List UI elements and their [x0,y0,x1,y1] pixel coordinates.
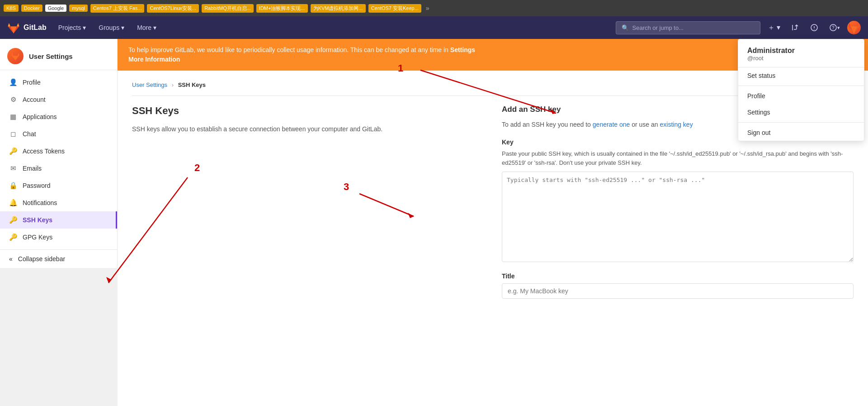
issues-icon[interactable] [807,21,822,34]
collapse-sidebar-button[interactable]: « Collapse sidebar [0,249,117,268]
dropdown-profile[interactable]: Profile [738,88,864,104]
chat-icon: ◻ [9,130,17,138]
dropdown-settings[interactable]: Settings [738,104,864,120]
navbar: GitLab Projects ▾ Groups ▾ More ▾ 🔍 ＋ ▾ … [0,16,868,39]
svg-point-2 [814,29,815,30]
sidebar-title: User Settings [29,53,73,60]
sidebar-item-profile[interactable]: 👤 Profile [0,74,117,91]
user-avatar-menu[interactable] [847,21,861,34]
bookmark-idm[interactable]: IDM+油猴脚本实现... [256,4,308,13]
sidebar-item-label-account: Account [23,96,46,103]
title-label: Title [502,272,854,280]
sidebar-item-gpg-keys[interactable]: 🔑 GPG Keys [0,229,117,246]
search-box[interactable]: 🔍 [616,21,760,34]
groups-label: Groups [99,24,119,31]
help-menu[interactable]: ? ▾ [826,21,844,34]
bookmark-rabbitmq[interactable]: RabbitMQ开机自启... [202,4,254,13]
dropdown-divider-1 [738,86,864,86]
sidebar-nav: 👤 Profile ⚙ Account ▦ Applications ◻ Cha… [0,70,117,249]
banner-more-link[interactable]: More Information [128,56,180,63]
dropdown-username: Administrator [747,47,855,55]
title-input[interactable] [502,283,854,299]
groups-menu[interactable]: Groups ▾ [94,21,129,34]
sidebar-item-emails[interactable]: ✉ Emails [0,160,117,177]
dropdown-divider-2 [738,122,864,123]
breadcrumb-parent-link[interactable]: User Settings [132,81,167,88]
dropdown-sign-out[interactable]: Sign out [738,124,864,141]
sidebar-item-label-notifications: Notifications [23,199,57,206]
title-form-group: Title [502,272,854,299]
sidebar-header: User Settings [0,39,117,70]
projects-label: Projects [58,24,81,31]
collapse-label: Collapse sidebar [18,255,65,263]
sidebar-item-label-applications: Applications [23,113,57,120]
sidebar: User Settings 👤 Profile ⚙ Account ▦ Appl… [0,39,118,268]
ssh-description: SSH keys allow you to establish a secure… [132,124,484,134]
svg-text:?: ? [832,25,835,30]
bookmark-centos7linux[interactable]: CentOS7Linux安装... [147,4,199,13]
dropdown-handle: @root [747,55,855,62]
gpg-keys-icon: 🔑 [9,233,17,241]
existing-key-link[interactable]: existing key [660,121,693,128]
gitlab-logo[interactable]: GitLab [7,21,47,34]
sidebar-avatar [7,48,24,64]
more-label: More [137,24,151,31]
sidebar-item-password[interactable]: 🔒 Password [0,177,117,194]
access-tokens-icon: 🔑 [9,147,17,155]
sidebar-item-applications[interactable]: ▦ Applications [0,108,117,125]
bookmarks-more[interactable]: » [426,5,429,12]
sidebar-item-label-access-tokens: Access Tokens [23,148,65,155]
bookmark-centos7keep[interactable]: CentOS7 安装Keep... [368,4,421,13]
projects-menu[interactable]: Projects ▾ [54,21,91,34]
banner-text: To help improve GitLab, we would like to… [128,46,450,53]
bookmark-centos7[interactable]: Centos7 上安装 Fas... [90,4,145,13]
account-icon: ⚙ [9,96,17,104]
groups-chevron: ▾ [121,24,124,31]
dropdown-user-info: Administrator @root [738,39,864,67]
generate-key-link[interactable]: generate one [593,121,630,128]
key-hint: Paste your public SSH key, which is usua… [502,149,854,167]
projects-chevron: ▾ [83,24,86,31]
profile-icon: 👤 [9,78,17,86]
more-chevron: ▾ [153,24,156,31]
new-item-button[interactable]: ＋ ▾ [764,20,784,35]
merge-requests-icon[interactable] [788,21,803,34]
sidebar-item-notifications[interactable]: 🔔 Notifications [0,194,117,211]
bookmark-google[interactable]: Google [45,5,66,12]
sidebar-item-ssh-keys[interactable]: 🔑 SSH Keys [0,211,117,229]
gitlab-brand-name: GitLab [24,24,47,32]
key-textarea[interactable] [502,172,854,262]
collapse-icon: « [9,255,13,263]
add-desc-middle: or use an [632,121,660,128]
add-desc-prefix: To add an SSH key you need to [502,121,593,128]
sidebar-item-chat[interactable]: ◻ Chat [0,125,117,143]
browser-bar: K8S Docker Google mysql Centos7 上安装 Fas.… [0,0,868,16]
bookmark-kvm[interactable]: 为KVM虚拟机添加网... [311,4,366,13]
bookmark-mysql[interactable]: mysql [69,5,88,12]
sidebar-item-label-gpg-keys: GPG Keys [23,234,52,241]
sidebar-item-label-profile: Profile [23,79,41,86]
page-title: SSH Keys [132,105,484,117]
breadcrumb-current: SSH Keys [178,81,206,88]
notifications-icon: 🔔 [9,199,17,207]
more-menu[interactable]: More ▾ [132,21,161,34]
ssh-keys-icon: 🔑 [9,216,17,224]
emails-icon: ✉ [9,164,17,172]
password-icon: 🔒 [9,182,17,190]
ssh-info-section: SSH Keys SSH keys allow you to establish… [132,105,484,308]
sidebar-item-label-emails: Emails [23,165,42,172]
sidebar-item-label-password: Password [23,182,50,189]
sidebar-item-access-tokens[interactable]: 🔑 Access Tokens [0,143,117,160]
breadcrumb-separator: › [172,81,174,88]
sidebar-item-account[interactable]: ⚙ Account [0,91,117,108]
applications-icon: ▦ [9,113,17,121]
search-icon: 🔍 [622,24,629,31]
banner-settings-link[interactable]: Settings [450,46,475,53]
bookmark-docker[interactable]: Docker [21,5,42,12]
bookmark-k8s[interactable]: K8S [4,5,19,12]
sidebar-item-label-chat: Chat [23,130,36,138]
user-dropdown-menu: Administrator @root Set status Profile S… [738,39,864,141]
dropdown-set-status[interactable]: Set status [738,67,864,84]
search-input[interactable] [632,24,755,31]
gitlab-logo-icon [7,21,20,34]
